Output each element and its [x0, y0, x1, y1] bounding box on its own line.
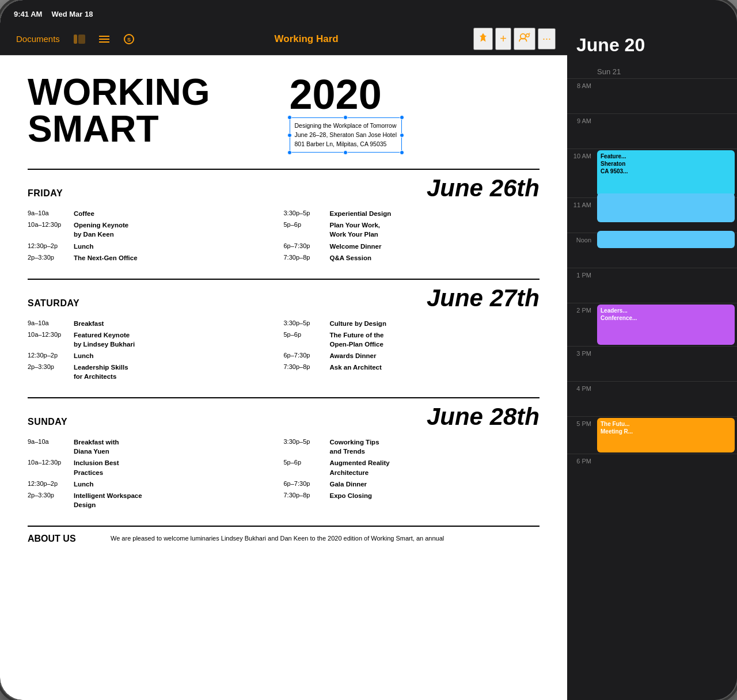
- svg-text:+: +: [528, 32, 530, 36]
- sidebar-toggle-button[interactable]: [69, 31, 90, 47]
- friday-right-col: 3:30p–5p Experiential Design 5p–6p Plan …: [284, 209, 540, 264]
- time-row-11am: 11 AM: [567, 197, 737, 233]
- back-button[interactable]: Documents: [12, 31, 64, 47]
- saturday-items: 9a–10a Breakfast 10a–12:30p Featured Key…: [28, 319, 540, 384]
- doc-main-title: WORKING SMART: [28, 74, 278, 147]
- time-events-6pm: [595, 454, 737, 489]
- sidebar-icon: [74, 35, 85, 44]
- list-item: 9a–10a Breakfast: [28, 319, 284, 328]
- doc-year: 2020: [290, 74, 382, 115]
- time-label-9am: 9 AM: [567, 114, 595, 124]
- sunday-date: June 28th: [284, 403, 540, 431]
- subtitle-line3: 801 Barber Ln, Milpitas, CA 95035: [295, 140, 397, 149]
- saturday-section: SATURDAY June 27th 9a–10a Breakfast 10a–…: [28, 279, 540, 384]
- handle-tl[interactable]: [287, 115, 292, 120]
- time-row-1pm: 1 PM: [567, 268, 737, 303]
- time-row-6pm: 6 PM: [567, 454, 737, 489]
- svg-text:S: S: [127, 37, 131, 43]
- time-label-6pm: 6 PM: [567, 454, 595, 465]
- calendar-body[interactable]: Sun 21 8 AM 9 AM 10 AM Feature... Sherat…: [567, 63, 737, 700]
- doc-header: WORKING SMART 2020 Designing the Wo: [28, 74, 540, 153]
- document-title: Working Hard: [144, 33, 469, 45]
- time-row-10am: 10 AM Feature... Sheraton CA 9503...: [567, 149, 737, 197]
- time-events-11am: [595, 198, 737, 233]
- status-time: 9:41 AM: [14, 10, 42, 18]
- time-row-2pm: 2 PM Leaders... Conference...: [567, 303, 737, 346]
- list-item: 6p–7:30p Welcome Dinner: [284, 242, 540, 251]
- time-label-11am: 11 AM: [567, 198, 595, 208]
- list-item: 2p–3:30p Leadership Skillsfor Architects: [28, 363, 284, 381]
- saturday-header: SATURDAY June 27th: [28, 279, 540, 312]
- leaders-event[interactable]: Leaders... Conference...: [597, 305, 735, 345]
- future-event[interactable]: The Futu... Meeting R...: [597, 418, 735, 452]
- document-content: WORKING SMART 2020 Designing the Wo: [0, 55, 567, 700]
- time-events-2pm: Leaders... Conference...: [595, 303, 737, 346]
- list-item: 10a–12:30p Inclusion BestPractices: [28, 458, 284, 477]
- collaborate-button[interactable]: +: [514, 28, 535, 50]
- list-item: 9a–10a Breakfast withDiana Yuen: [28, 438, 284, 456]
- list-item: 5p–6p The Future of theOpen-Plan Office: [284, 330, 540, 349]
- about-section: ABOUT US We are pleased to welcome lumin…: [28, 526, 540, 544]
- list-item: 12:30p–2p Lunch: [28, 242, 284, 251]
- time-events-10am: Feature... Sheraton CA 9503...: [595, 149, 737, 197]
- calendar-header: June 20: [567, 0, 737, 63]
- list-item: 7:30p–8p Q&A Session: [284, 253, 540, 262]
- handle-ml[interactable]: [287, 133, 292, 138]
- list-item: 5p–6p Augmented RealityArchitecture: [284, 458, 540, 477]
- time-row-4pm: 4 PM: [567, 381, 737, 416]
- teal-event-cont[interactable]: [597, 231, 735, 248]
- status-date: Wed Mar 18: [51, 10, 93, 18]
- more-button[interactable]: ···: [538, 28, 556, 50]
- friday-items: 9a–10a Coffee 10a–12:30p Opening Keynote…: [28, 209, 540, 264]
- text-box-selected[interactable]: Designing the Workplace of Tomorrow June…: [290, 117, 402, 153]
- list-icon: [99, 35, 109, 43]
- friday-section: FRIDAY June 26th 9a–10a Coffee 10a–12:30…: [28, 169, 540, 264]
- sunday-left-col: 9a–10a Breakfast withDiana Yuen 10a–12:3…: [28, 438, 284, 512]
- subtitle-line2: June 26–28, Sheraton San Jose Hotel: [295, 131, 397, 140]
- handle-mr[interactable]: [400, 133, 404, 138]
- doc-header-right: 2020 Designing the Workplace of Tomorrow…: [278, 74, 540, 153]
- list-item: 7:30p–8p Ask an Architect: [284, 363, 540, 372]
- teal-event[interactable]: [597, 193, 735, 222]
- add-button[interactable]: +: [495, 28, 511, 50]
- sunday-header: SUNDAY June 28th: [28, 397, 540, 431]
- about-label: ABOUT US: [28, 534, 97, 544]
- handle-bm[interactable]: [343, 150, 348, 155]
- list-item: 2p–3:30p Intelligent WorkspaceDesign: [28, 491, 284, 509]
- left-panel: 9:41 AM Wed Mar 18 Documents: [0, 0, 567, 700]
- time-label-1pm: 1 PM: [567, 268, 595, 279]
- subtitle-line1: Designing the Workplace of Tomorrow: [295, 121, 397, 131]
- sunday-label: SUNDAY: [28, 417, 284, 427]
- time-label-8am: 8 AM: [567, 79, 595, 89]
- time-events-3pm: [595, 347, 737, 381]
- friday-date: June 26th: [284, 174, 540, 202]
- handle-tr[interactable]: [400, 115, 404, 120]
- sunday-items: 9a–10a Breakfast withDiana Yuen 10a–12:3…: [28, 438, 540, 512]
- saturday-label: SATURDAY: [28, 298, 284, 309]
- time-events-8am: [595, 79, 737, 113]
- handle-tm[interactable]: [343, 115, 348, 120]
- pin-icon: [478, 32, 488, 43]
- list-item: 10a–12:30p Featured Keynoteby Lindsey Bu…: [28, 330, 284, 349]
- list-item: 7:30p–8p Expo Closing: [284, 491, 540, 500]
- device-frame: 9:41 AM Wed Mar 18 Documents: [0, 0, 737, 700]
- list-item: 3:30p–5p Coworking Tipsand Trends: [284, 438, 540, 456]
- time-events-5pm: The Futu... Meeting R...: [595, 417, 737, 454]
- feature-event[interactable]: Feature... Sheraton CA 9503...: [597, 150, 735, 196]
- about-text: We are pleased to welcome luminaries Lin…: [111, 534, 444, 544]
- time-label-noon: Noon: [567, 233, 595, 244]
- time-label-5pm: 5 PM: [567, 417, 595, 427]
- pin-button[interactable]: [473, 28, 493, 50]
- time-row-9am: 9 AM: [567, 113, 737, 149]
- list-item: 2p–3:30p The Next-Gen Office: [28, 253, 284, 262]
- time-row-3pm: 3 PM: [567, 346, 737, 381]
- time-label-3pm: 3 PM: [567, 347, 595, 357]
- handle-bl[interactable]: [287, 150, 292, 155]
- time-events-9am: [595, 114, 737, 149]
- list-item: 5p–6p Plan Your Work,Work Your Plan: [284, 220, 540, 239]
- right-panel: June 20 Sun 21 8 AM 9 AM 10 AM Feature..…: [567, 0, 737, 700]
- list-item: 12:30p–2p Lunch: [28, 480, 284, 489]
- history-button[interactable]: S: [119, 30, 139, 48]
- list-view-button[interactable]: [94, 32, 114, 47]
- handle-br[interactable]: [400, 150, 404, 155]
